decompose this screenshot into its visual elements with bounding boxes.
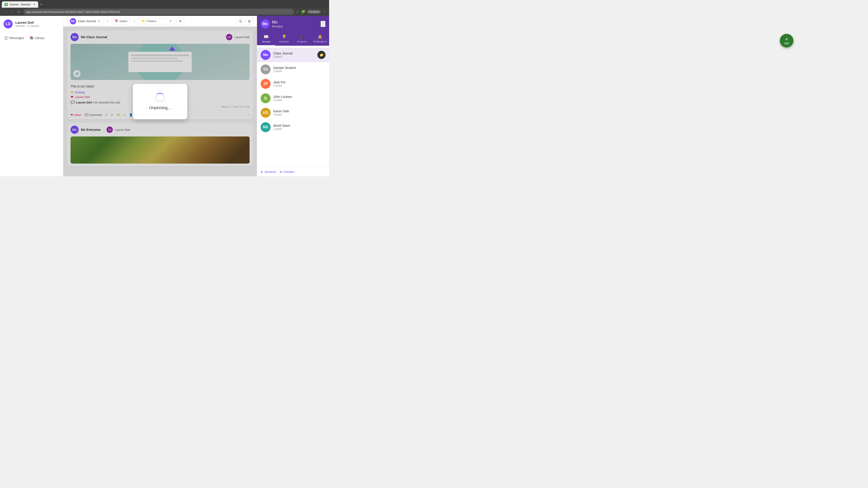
journal-selector[interactable]: Mo Class Journal ▼ (67, 17, 103, 26)
student-item-3[interactable]: JL John Louises 2 posts (257, 91, 329, 105)
notifications-tab-label: Notifications (313, 40, 327, 43)
student-item-0[interactable]: Mo Class Journal 3 posts 📁 (257, 48, 329, 62)
user-name: Lauren Deli (16, 21, 59, 24)
student-5-posts: 2 posts (273, 127, 290, 131)
grid-view-button[interactable]: ⊞ (246, 18, 253, 25)
student-1-name: Sample Student (273, 66, 296, 70)
student-item-4[interactable]: KD Karen Dale 2 posts (257, 105, 329, 120)
user-role: Teacher - 2 Classes (16, 24, 59, 28)
activities-tab-icon: 💡 (282, 34, 287, 39)
journal-label: Class Journal (78, 20, 96, 23)
student-item-1[interactable]: SS Sample Student 3 posts (257, 62, 329, 76)
student-3-avatar: JL (260, 93, 271, 103)
right-sidebar: Mo Mo Moodjoy ⚙ 📖 Journal 💡 Activities 🎓… (257, 16, 329, 176)
forward-button[interactable]: → (9, 9, 16, 14)
student-1-posts: 3 posts (273, 70, 296, 73)
folder-icon: 📁 (142, 20, 145, 23)
main-content: Mo Class Journal ▼ ‹ 📅 Dates › 📁 Folders… (63, 16, 257, 176)
spinner (156, 93, 164, 102)
unpinning-text: Unpinning... (149, 105, 171, 110)
progress-tab-icon: 🎓 (300, 34, 305, 39)
user-info: Lauren Deli Teacher - 2 Classes (16, 21, 59, 28)
student-list: Mo Class Journal 3 posts 📁 SS Sample Stu… (257, 46, 329, 167)
student-item-2[interactable]: JP Jack Pot 2 posts (257, 76, 329, 91)
content-toolbar: Mo Class Journal ▼ ‹ 📅 Dates › 📁 Folders… (63, 16, 257, 27)
add-students-label: Students (265, 170, 276, 173)
add-families-label: Families (283, 170, 294, 173)
student-5-avatar: MS (260, 122, 271, 132)
student-4-name: Karen Dale (273, 109, 289, 113)
dates-button[interactable]: 📅 Dates (112, 18, 130, 24)
student-3-posts: 2 posts (273, 98, 292, 102)
journal-avatar: Mo (70, 18, 76, 24)
user-sidebar: LD Lauren Deli Teacher - 2 Classes 💬 Mes… (0, 16, 63, 176)
library-icon: 📚 (30, 36, 33, 40)
feed-area[interactable]: Mo Mo Class Journal LD Lauren Deli (63, 27, 257, 176)
next-button[interactable]: › (132, 18, 137, 24)
student-0-posts: 3 posts (273, 55, 292, 58)
folders-button[interactable]: 📁 Folders ▼ (138, 18, 175, 24)
right-tabs: 📖 Journal 💡 Activities 🎓 Progress 🔔 Noti… (257, 32, 329, 46)
dates-label: Dates (120, 20, 127, 23)
folders-label: Folders (147, 20, 156, 23)
tab-close-button[interactable]: ✕ (33, 3, 35, 6)
menu-button[interactable]: ⋮ (323, 10, 327, 14)
student-0-avatar: Mo (260, 50, 271, 60)
journal-chevron-icon: ▼ (98, 20, 100, 23)
progress-tab-label: Progress (297, 40, 307, 43)
right-name: Mo (272, 20, 283, 25)
browser-tab[interactable]: S Journal - Seesaw ✕ (2, 1, 38, 8)
folders-chevron-icon: ▼ (169, 20, 172, 23)
add-students-button[interactable]: ⊕ Students (260, 170, 276, 173)
student-0-name: Class Journal (273, 52, 292, 55)
right-username: Moodjoy (272, 25, 283, 28)
student-1-avatar: SS (260, 64, 271, 74)
calendar-icon: 📅 (115, 20, 118, 23)
tab-favicon: S (4, 3, 8, 6)
address-input[interactable] (24, 9, 294, 15)
new-tab-button[interactable]: + (40, 1, 42, 8)
tab-progress[interactable]: 🎓 Progress (293, 32, 311, 46)
extensions-button[interactable]: 🧩 (301, 10, 305, 14)
messages-nav[interactable]: 💬 Messages (4, 36, 24, 40)
folder-icon-right: 📁 (317, 51, 326, 59)
add-families-button[interactable]: ⊕ Families (280, 170, 294, 173)
library-nav[interactable]: 📚 Library (30, 36, 44, 40)
user-header: LD Lauren Deli Teacher - 2 Classes (0, 16, 63, 32)
activities-tab-label: Activities (279, 40, 289, 43)
library-label: Library (35, 36, 44, 40)
tab-journal[interactable]: 📖 Journal (257, 32, 275, 46)
messages-icon: 💬 (4, 36, 8, 40)
unpinning-overlay: Unpinning... (63, 27, 257, 176)
add-students-icon: ⊕ (260, 170, 263, 173)
student-item-5[interactable]: MS Mordi Seem 2 posts (257, 120, 329, 134)
add-families-icon: ⊕ (280, 170, 282, 173)
right-header: Mo Mo Moodjoy ⚙ (257, 16, 329, 32)
student-2-name: Jack Pot (273, 80, 285, 84)
add-section: ⊕ Students ⊕ Families (257, 167, 329, 176)
messages-label: Messages (10, 36, 24, 40)
student-4-avatar: KD (260, 108, 271, 118)
student-5-name: Mordi Seem (273, 124, 290, 127)
student-3-name: John Louises (273, 95, 292, 98)
tab-title: Journal - Seesaw (9, 3, 31, 6)
unpinning-dialog: Unpinning... (133, 84, 187, 119)
settings-button[interactable]: ⚙ (320, 21, 326, 27)
student-4-posts: 2 posts (273, 113, 289, 116)
bookmark-button[interactable]: ☆ (296, 10, 299, 14)
journal-tab-icon: 📖 (264, 34, 269, 39)
list-view-button[interactable]: ☰ (237, 18, 245, 25)
student-2-posts: 2 posts (273, 84, 285, 87)
right-avatar: Mo (260, 20, 270, 29)
avatar: LD (4, 20, 13, 29)
tab-activities[interactable]: 💡 Activities (275, 32, 293, 46)
filter-button[interactable]: ⚙ (177, 18, 184, 24)
back-button[interactable]: ← (3, 9, 8, 14)
student-2-avatar: JP (260, 79, 271, 89)
tab-notifications[interactable]: 🔔 Notifications (311, 32, 329, 46)
journal-tab-label: Journal (262, 40, 270, 43)
notifications-tab-icon: 🔔 (318, 34, 322, 39)
reload-button[interactable]: ↻ (16, 9, 22, 14)
prev-button[interactable]: ‹ (105, 18, 110, 24)
incognito-badge: Incognito (307, 10, 321, 13)
